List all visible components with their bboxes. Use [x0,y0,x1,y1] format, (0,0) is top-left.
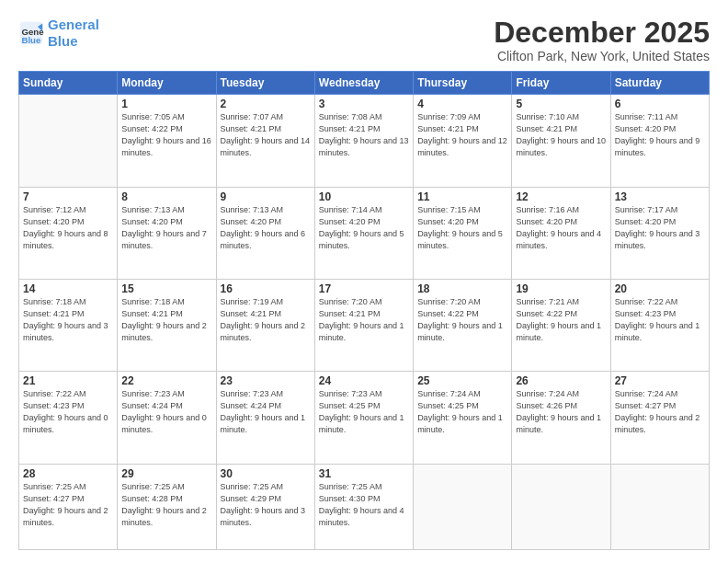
table-row: 24Sunrise: 7:23 AMSunset: 4:25 PMDayligh… [314,372,413,464]
col-friday: Friday [512,72,610,95]
table-row [414,464,512,550]
day-number: 22 [121,374,211,387]
col-sunday: Sunday [19,72,118,95]
day-number: 31 [319,467,409,480]
table-row: 22Sunrise: 7:23 AMSunset: 4:24 PMDayligh… [118,372,216,464]
table-row: 17Sunrise: 7:20 AMSunset: 4:21 PMDayligh… [314,279,413,371]
calendar-header-row: Sunday Monday Tuesday Wednesday Thursday… [19,72,710,95]
day-info: Sunrise: 7:18 AMSunset: 4:21 PMDaylight:… [23,296,113,344]
col-saturday: Saturday [610,72,709,95]
table-row: 27Sunrise: 7:24 AMSunset: 4:27 PMDayligh… [610,372,709,464]
day-info: Sunrise: 7:14 AMSunset: 4:20 PMDaylight:… [319,204,409,252]
page: General Blue General Blue December 2025 … [0,0,728,563]
table-row: 31Sunrise: 7:25 AMSunset: 4:30 PMDayligh… [314,464,413,550]
table-row: 9Sunrise: 7:13 AMSunset: 4:20 PMDaylight… [216,187,314,279]
day-number: 5 [516,98,606,110]
day-number: 28 [23,467,113,480]
day-info: Sunrise: 7:19 AMSunset: 4:21 PMDaylight:… [221,296,311,344]
month-title: December 2025 [494,17,710,49]
col-monday: Monday [118,72,216,95]
day-info: Sunrise: 7:13 AMSunset: 4:20 PMDaylight:… [121,204,211,252]
header: General Blue General Blue December 2025 … [18,17,710,63]
day-number: 6 [615,98,705,110]
day-info: Sunrise: 7:22 AMSunset: 4:23 PMDaylight:… [23,388,113,436]
table-row: 4Sunrise: 7:09 AMSunset: 4:21 PMDaylight… [414,95,512,187]
day-info: Sunrise: 7:24 AMSunset: 4:27 PMDaylight:… [615,388,705,436]
day-info: Sunrise: 7:25 AMSunset: 4:27 PMDaylight:… [23,481,113,529]
title-block: December 2025 Clifton Park, New York, Un… [494,17,710,63]
day-info: Sunrise: 7:25 AMSunset: 4:30 PMDaylight:… [319,481,409,529]
day-number: 13 [615,190,705,203]
day-info: Sunrise: 7:12 AMSunset: 4:20 PMDaylight:… [23,204,113,252]
day-number: 20 [615,282,705,295]
day-info: Sunrise: 7:25 AMSunset: 4:29 PMDaylight:… [221,481,311,529]
day-number: 25 [417,374,507,387]
day-info: Sunrise: 7:08 AMSunset: 4:21 PMDaylight:… [319,111,409,159]
day-info: Sunrise: 7:21 AMSunset: 4:22 PMDaylight:… [516,296,606,344]
day-number: 16 [221,282,311,295]
table-row: 12Sunrise: 7:16 AMSunset: 4:20 PMDayligh… [512,187,610,279]
table-row: 23Sunrise: 7:23 AMSunset: 4:24 PMDayligh… [216,372,314,464]
day-info: Sunrise: 7:25 AMSunset: 4:28 PMDaylight:… [121,481,211,529]
day-info: Sunrise: 7:20 AMSunset: 4:22 PMDaylight:… [417,296,507,344]
day-number: 19 [516,282,606,295]
table-row: 16Sunrise: 7:19 AMSunset: 4:21 PMDayligh… [216,279,314,371]
day-number: 1 [121,98,211,110]
svg-text:Blue: Blue [22,35,41,45]
day-number: 23 [221,374,311,387]
table-row: 28Sunrise: 7:25 AMSunset: 4:27 PMDayligh… [19,464,118,550]
table-row: 30Sunrise: 7:25 AMSunset: 4:29 PMDayligh… [216,464,314,550]
day-info: Sunrise: 7:23 AMSunset: 4:24 PMDaylight:… [221,388,311,436]
day-info: Sunrise: 7:09 AMSunset: 4:21 PMDaylight:… [417,111,507,159]
day-info: Sunrise: 7:23 AMSunset: 4:25 PMDaylight:… [319,388,409,436]
table-row: 2Sunrise: 7:07 AMSunset: 4:21 PMDaylight… [216,95,314,187]
day-number: 30 [221,467,311,480]
day-info: Sunrise: 7:05 AMSunset: 4:22 PMDaylight:… [121,111,211,159]
day-info: Sunrise: 7:15 AMSunset: 4:20 PMDaylight:… [417,204,507,252]
day-info: Sunrise: 7:18 AMSunset: 4:21 PMDaylight:… [121,296,211,344]
logo-text: General Blue [48,17,99,50]
table-row: 14Sunrise: 7:18 AMSunset: 4:21 PMDayligh… [19,279,118,371]
table-row: 18Sunrise: 7:20 AMSunset: 4:22 PMDayligh… [414,279,512,371]
col-wednesday: Wednesday [314,72,413,95]
day-number: 14 [23,282,113,295]
table-row: 29Sunrise: 7:25 AMSunset: 4:28 PMDayligh… [118,464,216,550]
table-row: 1Sunrise: 7:05 AMSunset: 4:22 PMDaylight… [118,95,216,187]
day-number: 15 [121,282,211,295]
day-number: 2 [221,98,311,110]
logo-line1: General [48,17,99,32]
day-number: 11 [417,190,507,203]
day-info: Sunrise: 7:17 AMSunset: 4:20 PMDaylight:… [615,204,705,252]
table-row [512,464,610,550]
logo-icon: General Blue [18,20,44,46]
day-number: 9 [221,190,311,203]
table-row: 21Sunrise: 7:22 AMSunset: 4:23 PMDayligh… [19,372,118,464]
location: Clifton Park, New York, United States [494,49,710,63]
day-number: 24 [319,374,409,387]
day-number: 12 [516,190,606,203]
day-number: 18 [417,282,507,295]
day-info: Sunrise: 7:07 AMSunset: 4:21 PMDaylight:… [221,111,311,159]
logo: General Blue General Blue [18,17,99,50]
day-number: 10 [319,190,409,203]
day-number: 17 [319,282,409,295]
col-tuesday: Tuesday [216,72,314,95]
table-row: 6Sunrise: 7:11 AMSunset: 4:20 PMDaylight… [610,95,709,187]
day-info: Sunrise: 7:10 AMSunset: 4:21 PMDaylight:… [516,111,606,159]
day-number: 26 [516,374,606,387]
table-row: 19Sunrise: 7:21 AMSunset: 4:22 PMDayligh… [512,279,610,371]
table-row [610,464,709,550]
day-number: 21 [23,374,113,387]
day-number: 3 [319,98,409,110]
day-number: 29 [121,467,211,480]
table-row: 13Sunrise: 7:17 AMSunset: 4:20 PMDayligh… [610,187,709,279]
table-row: 11Sunrise: 7:15 AMSunset: 4:20 PMDayligh… [414,187,512,279]
table-row: 8Sunrise: 7:13 AMSunset: 4:20 PMDaylight… [118,187,216,279]
day-number: 7 [23,190,113,203]
table-row: 3Sunrise: 7:08 AMSunset: 4:21 PMDaylight… [314,95,413,187]
day-number: 27 [615,374,705,387]
day-info: Sunrise: 7:23 AMSunset: 4:24 PMDaylight:… [121,388,211,436]
day-info: Sunrise: 7:16 AMSunset: 4:20 PMDaylight:… [516,204,606,252]
table-row: 25Sunrise: 7:24 AMSunset: 4:25 PMDayligh… [414,372,512,464]
logo-line2: Blue [48,33,78,49]
